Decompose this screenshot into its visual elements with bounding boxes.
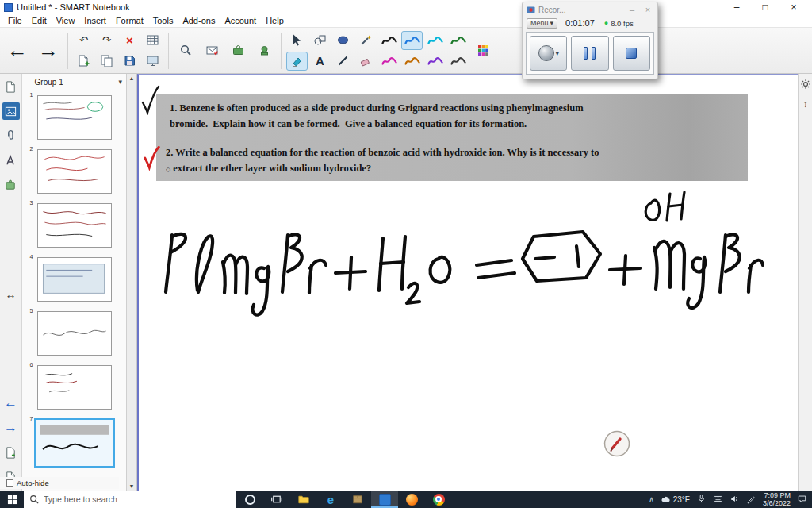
attachments-tab[interactable] [2, 127, 20, 144]
highlighter-tool-button[interactable] [286, 52, 308, 71]
menu-tools[interactable]: Tools [148, 15, 178, 26]
page-sorter-tab[interactable] [2, 78, 20, 95]
pen-magenta-button[interactable] [378, 52, 400, 71]
close-button[interactable]: × [779, 2, 808, 13]
eraser-tool-button[interactable] [355, 52, 377, 71]
color-palette-button[interactable] [471, 31, 495, 71]
pen-purple-button[interactable] [424, 52, 446, 71]
addons-tab[interactable] [2, 176, 20, 194]
smart-notebook-button[interactable] [371, 491, 398, 508]
gallery-stamp-button[interactable] [252, 31, 276, 71]
screen-shade-button[interactable] [142, 52, 163, 71]
recorder-menu-button[interactable]: Menu ▾ [527, 18, 557, 29]
pen-cyan-button[interactable] [424, 31, 446, 50]
chrome-button[interactable] [425, 491, 452, 508]
file-explorer-button[interactable] [290, 491, 317, 508]
pen-blue-button[interactable] [401, 31, 423, 50]
add-page-button[interactable] [73, 52, 94, 71]
autohide-checkbox[interactable] [6, 479, 13, 487]
menu-account[interactable]: Account [220, 15, 261, 26]
scroll-up-icon[interactable]: ▲ [129, 75, 135, 81]
next-page-button[interactable]: → [34, 33, 63, 69]
menu-addons[interactable]: Add-ons [178, 15, 220, 26]
maximize-button[interactable]: □ [751, 2, 779, 13]
stop-button[interactable] [613, 36, 650, 71]
page-thumbnail-4[interactable]: 4 [29, 255, 121, 304]
menu-edit[interactable]: Edit [27, 15, 52, 26]
menu-insert[interactable]: Insert [79, 15, 111, 26]
page-thumbnail-2[interactable]: 2 [29, 147, 121, 196]
pen-tool-indicator[interactable] [603, 430, 630, 457]
clone-page-button[interactable] [96, 52, 117, 71]
question-2-text: 2. Write a balanced equation for the rea… [166, 144, 748, 160]
record-icon [538, 45, 554, 61]
menu-file[interactable]: File [3, 15, 27, 26]
minimize-button[interactable]: – [722, 2, 751, 13]
dock-toggle-icon[interactable]: ↔ [2, 286, 20, 303]
page-thumbnail-5[interactable]: 5 [29, 309, 121, 358]
taskbar-search[interactable] [24, 491, 236, 508]
page-thumbnail-1[interactable]: 1 [29, 93, 121, 142]
next-page-nav[interactable]: → [2, 419, 20, 437]
menu-help[interactable]: Help [261, 15, 289, 26]
text-tool-button[interactable]: A [309, 52, 331, 71]
clock-time: 7:09 PM [764, 491, 791, 499]
group-collapse-icon[interactable]: – [26, 78, 31, 87]
thumbnail-scrollbar[interactable]: ▲ ▼ [127, 74, 137, 491]
taskbar-clock[interactable]: 7:09 PM 3/6/2022 [763, 491, 791, 507]
toolkit-button[interactable] [226, 31, 250, 71]
pen-black-button[interactable] [378, 31, 400, 50]
zoom-button[interactable] [174, 31, 197, 71]
weather-widget[interactable]: 23°F [661, 495, 690, 505]
tray-overflow-icon[interactable]: ∧ [649, 495, 654, 503]
page-thumbnail-6[interactable]: 6 [29, 363, 121, 412]
filled-shape-tool-button[interactable] [332, 31, 354, 50]
search-input[interactable] [44, 495, 231, 504]
properties-tab[interactable] [2, 152, 20, 169]
firefox-button[interactable] [398, 491, 425, 508]
speaker-tray-icon[interactable] [730, 494, 740, 506]
table-button[interactable] [142, 31, 163, 50]
pen-tray-icon[interactable] [746, 494, 756, 506]
new-page-shortcut[interactable] [2, 444, 20, 461]
recorder-status-row: Menu ▾ 0:01:07 ● 8.0 fps [523, 17, 657, 29]
menu-view[interactable]: View [52, 15, 80, 26]
select-tool-button[interactable] [286, 31, 308, 50]
previous-page-nav[interactable]: ← [2, 394, 20, 412]
line-tool-button[interactable] [332, 52, 354, 71]
expand-updown-icon[interactable]: ↕ [799, 98, 812, 110]
gallery-tab[interactable] [2, 102, 20, 120]
start-button[interactable] [0, 491, 24, 508]
save-button[interactable] [119, 52, 140, 71]
gear-icon[interactable] [799, 78, 812, 90]
undo-button[interactable]: ↶ [73, 31, 94, 50]
cortana-button[interactable] [236, 491, 263, 508]
edge-button[interactable]: e [317, 491, 344, 508]
menu-format[interactable]: Format [111, 15, 148, 26]
pen-orange-button[interactable] [401, 52, 423, 71]
pause-button[interactable] [571, 36, 608, 71]
action-center-icon[interactable] [797, 494, 807, 506]
delete-button[interactable]: × [119, 31, 140, 50]
shapes-tool-button[interactable] [309, 31, 331, 50]
thumbnail-number: 2 [30, 146, 33, 152]
scroll-down-icon[interactable]: ▼ [129, 483, 135, 489]
microphone-tray-icon[interactable] [696, 494, 707, 506]
page-canvas[interactable]: 1. Benzene is often produced as a side p… [137, 74, 798, 491]
pen-green-button[interactable] [447, 31, 469, 50]
task-view-button[interactable] [263, 491, 290, 508]
magic-pen-button[interactable] [355, 31, 377, 50]
record-button[interactable]: ▾ [530, 36, 567, 71]
package-app-button[interactable] [344, 491, 371, 508]
mail-button[interactable] [200, 31, 224, 71]
page-thumbnail-3[interactable]: 3 [29, 201, 121, 250]
group-dropdown-icon[interactable]: ▾ [118, 78, 122, 86]
previous-page-button[interactable]: ← [3, 33, 32, 69]
record-dropdown[interactable]: ▾ [556, 50, 559, 57]
pen-dark-button[interactable] [447, 52, 469, 71]
recorder-minimize-button[interactable]: – [626, 5, 638, 14]
recorder-close-button[interactable]: × [642, 5, 653, 14]
page-thumbnail-7-selected[interactable]: 7 [29, 417, 121, 471]
redo-button[interactable]: ↷ [96, 31, 117, 50]
keyboard-tray-icon[interactable] [713, 494, 723, 506]
